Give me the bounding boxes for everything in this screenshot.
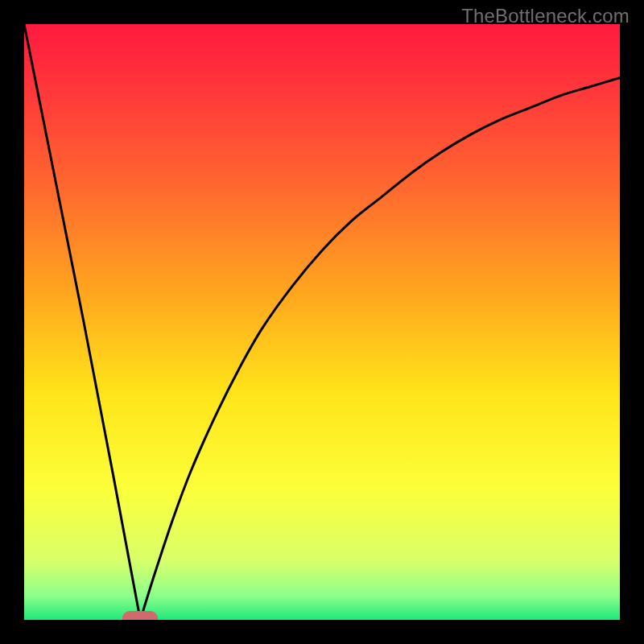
plot-area (24, 24, 620, 620)
watermark-text: TheBottleneck.com (461, 5, 630, 27)
bottleneck-curve (24, 24, 620, 620)
chart-frame: TheBottleneck.com (0, 0, 644, 644)
optimal-marker (122, 611, 158, 620)
